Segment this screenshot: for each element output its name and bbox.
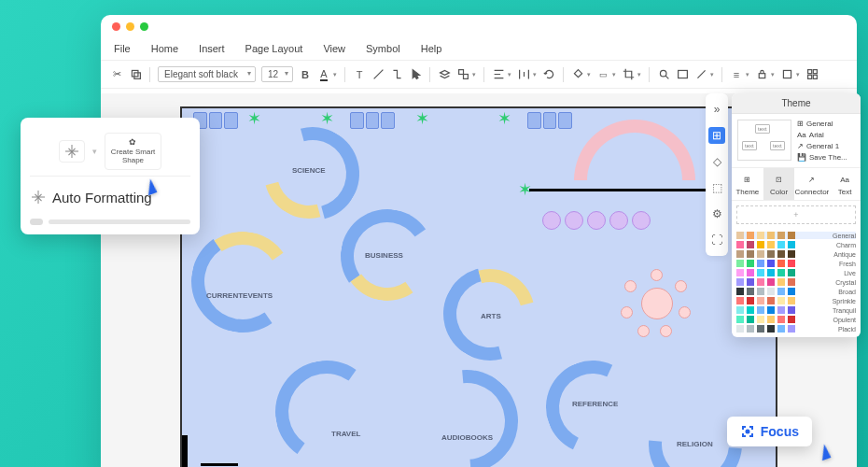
svg-rect-3 bbox=[463, 75, 468, 79]
create-smart-shape-button[interactable]: ✿ Create Smart Shape bbox=[105, 133, 162, 170]
fill-icon[interactable] bbox=[571, 68, 584, 81]
copy-icon[interactable] bbox=[129, 68, 142, 81]
svg-rect-2 bbox=[458, 70, 463, 75]
format-slider[interactable] bbox=[30, 219, 190, 225]
bold-icon[interactable]: B bbox=[299, 68, 312, 81]
swatch-row[interactable]: Live bbox=[736, 269, 856, 276]
swatch-row[interactable]: Fresh bbox=[736, 260, 856, 267]
sofa-3 bbox=[527, 112, 572, 129]
toolbar: ✂ Elegant soft black 12 B A▾ T ▾ ▾ ▾ ▾ ▭… bbox=[101, 61, 857, 89]
menu-view[interactable]: View bbox=[323, 43, 345, 54]
distribute-icon[interactable] bbox=[517, 68, 530, 81]
swatch-row[interactable]: Antique bbox=[736, 250, 856, 258]
minimize-dot[interactable] bbox=[126, 22, 134, 31]
menu-help[interactable]: Help bbox=[421, 43, 442, 54]
swatch-list: GeneralCharmAntiqueFreshLiveCrystalBroad… bbox=[732, 229, 861, 337]
line-style-icon[interactable]: ≡ bbox=[730, 68, 743, 81]
zoom-icon[interactable] bbox=[657, 68, 670, 81]
menubar: File Home Insert Page Layout View Symbol… bbox=[101, 37, 857, 61]
titlebar bbox=[101, 15, 857, 37]
line-icon[interactable] bbox=[371, 68, 385, 81]
svg-point-12 bbox=[746, 431, 749, 433]
sparkle-dropdown[interactable] bbox=[59, 140, 85, 163]
tab-text[interactable]: AaText bbox=[829, 168, 861, 200]
swatch-row[interactable]: Opulent bbox=[736, 316, 856, 323]
swatch-row[interactable]: General bbox=[736, 232, 856, 239]
fit-icon[interactable] bbox=[676, 68, 689, 81]
more-icon[interactable] bbox=[805, 68, 819, 81]
fullscreen-tool-icon[interactable]: ⛶ bbox=[708, 232, 725, 248]
align-icon[interactable] bbox=[492, 68, 505, 81]
connector-icon[interactable] bbox=[390, 68, 403, 81]
lock-icon[interactable] bbox=[755, 68, 768, 81]
text-icon[interactable]: T bbox=[353, 68, 366, 81]
menu-symbol[interactable]: Symbol bbox=[366, 43, 400, 54]
menu-page-layout[interactable]: Page Layout bbox=[245, 43, 303, 54]
font-size-select[interactable]: 12 bbox=[261, 66, 293, 82]
pointer-icon[interactable] bbox=[409, 68, 422, 81]
group-icon[interactable] bbox=[456, 68, 469, 81]
menu-home[interactable]: Home bbox=[151, 43, 178, 54]
cube-tool-icon[interactable]: ⬚ bbox=[708, 179, 725, 196]
label-science: SCIENCE bbox=[292, 166, 326, 175]
plant-icon: ✶ bbox=[497, 108, 511, 129]
add-theme-button[interactable]: + bbox=[736, 205, 856, 224]
shape-tool-icon[interactable]: ◇ bbox=[708, 153, 725, 170]
swatch-row[interactable]: Crystal bbox=[736, 278, 856, 286]
label-religion: RELIGION bbox=[677, 440, 713, 448]
svg-rect-9 bbox=[813, 70, 817, 74]
swatch-row[interactable]: Broad bbox=[736, 288, 856, 295]
theme-opt-arial[interactable]: AaArial bbox=[797, 131, 855, 139]
pen-icon[interactable] bbox=[694, 68, 707, 81]
swatch-row[interactable]: Placid bbox=[736, 325, 856, 333]
theme-header: Theme bbox=[732, 93, 861, 114]
label-currentevents: CURRENTEVENTS bbox=[206, 291, 273, 300]
tab-connector[interactable]: ↗Connector bbox=[794, 168, 829, 200]
tab-theme[interactable]: ⊞Theme bbox=[732, 168, 763, 200]
layers-icon[interactable] bbox=[438, 68, 451, 81]
label-travel: TRAVEL bbox=[331, 430, 360, 438]
font-color-icon[interactable]: A bbox=[317, 68, 330, 81]
cut-icon[interactable]: ✂ bbox=[110, 68, 123, 81]
focus-button[interactable]: Focus bbox=[727, 417, 812, 446]
crop-icon[interactable] bbox=[622, 68, 635, 81]
grid-tool-icon[interactable]: ⊞ bbox=[708, 127, 725, 144]
svg-rect-1 bbox=[133, 73, 140, 79]
reset-icon[interactable] bbox=[542, 68, 555, 81]
side-toolbar: » ⊞ ◇ ⬚ ⚙ ⛶ bbox=[706, 93, 728, 256]
purple-seats bbox=[542, 211, 651, 230]
theme-opt-general[interactable]: ⊞General bbox=[797, 120, 855, 128]
arc-audiobooks bbox=[395, 349, 539, 467]
label-audiobooks: AUDIOBOOKS bbox=[441, 433, 493, 442]
theme-opt-save[interactable]: 💾Save The... bbox=[797, 153, 855, 162]
svg-rect-6 bbox=[759, 74, 765, 78]
theme-opt-general1[interactable]: ↗General 1 bbox=[797, 142, 855, 150]
svg-rect-7 bbox=[783, 70, 791, 78]
menu-file[interactable]: File bbox=[114, 43, 131, 54]
swatch-row[interactable]: Sprinkle bbox=[736, 297, 856, 304]
plant-icon: ✶ bbox=[247, 108, 261, 129]
pink-arc bbox=[574, 120, 695, 180]
svg-point-4 bbox=[660, 70, 666, 77]
menu-insert[interactable]: Insert bbox=[199, 43, 225, 54]
wall-segment bbox=[529, 189, 716, 191]
label-reference: REFERENCE bbox=[572, 400, 618, 408]
close-dot[interactable] bbox=[112, 22, 120, 31]
svg-rect-5 bbox=[678, 70, 687, 78]
maximize-dot[interactable] bbox=[140, 22, 148, 31]
wall-segment bbox=[180, 435, 188, 467]
svg-rect-8 bbox=[807, 70, 811, 74]
arc-currentevents-inner bbox=[186, 224, 301, 339]
round-table bbox=[621, 267, 693, 340]
plant-icon: ✶ bbox=[415, 108, 429, 129]
shape-icon[interactable] bbox=[780, 68, 793, 81]
floor-plan-canvas[interactable]: ✶ ✶ ✶ ✶ ✶ SCIENCE CURRENTEVENTS BUSINESS… bbox=[180, 106, 777, 467]
stroke-color-icon[interactable]: ▭ bbox=[596, 68, 609, 81]
tab-color[interactable]: ⊡Color bbox=[763, 168, 795, 200]
settings-tool-icon[interactable]: ⚙ bbox=[708, 205, 725, 222]
swatch-row[interactable]: Tranquil bbox=[736, 306, 856, 314]
swatch-row[interactable]: Charm bbox=[736, 241, 856, 248]
expand-icon[interactable]: » bbox=[708, 101, 725, 118]
font-select[interactable]: Elegant soft black bbox=[158, 66, 256, 82]
arc-travel bbox=[267, 352, 385, 467]
